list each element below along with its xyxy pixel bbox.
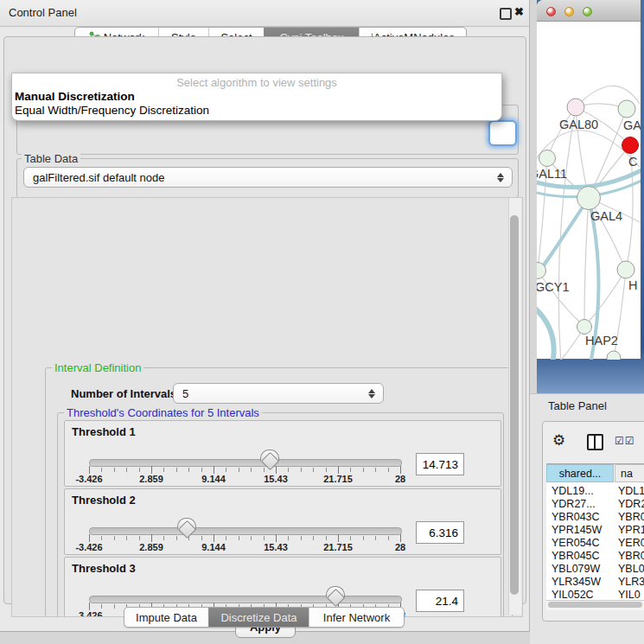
cell-shared-name: YBR043C (552, 511, 600, 523)
cell-name: YDL1 (618, 485, 644, 497)
axis-tick-label: 21.715 (323, 542, 353, 552)
minimize-traffic-light[interactable] (564, 7, 574, 16)
cell-name: YBR0 (618, 511, 644, 523)
node-label-gcy1: GCY1 (537, 280, 570, 294)
table-row[interactable]: YBL079WYBL0 (546, 563, 644, 576)
network-view-window: GAL80GACGAL11GAL4HGCY1HAP2 (537, 0, 641, 359)
network-node-gal4[interactable] (577, 187, 601, 210)
float-window-icon[interactable] (500, 8, 512, 20)
threshold-2-slider-track[interactable] (89, 527, 402, 535)
network-window-titlebar (537, 0, 641, 22)
bottom-tab-discretize-data[interactable]: Discretize Data (208, 608, 309, 627)
gear-icon[interactable]: ⚙ (552, 431, 565, 450)
table-data-label: Table Data (22, 152, 80, 165)
cell-name: YDR2 (618, 498, 644, 510)
network-node-ga[interactable] (618, 100, 635, 118)
table-row[interactable]: YBR045CYBR0 (546, 550, 644, 563)
table-row[interactable]: YPR145WYPR1 (546, 524, 644, 537)
split-columns-icon[interactable] (587, 434, 603, 450)
node-label-ga: GA (623, 118, 641, 132)
settings-scroll-pane: Interval Definition Number of Intervals … (11, 197, 523, 617)
combo-arrows-icon (497, 173, 504, 182)
column-header-name[interactable]: na (615, 464, 644, 482)
column-header-shared-name[interactable]: shared... (546, 464, 614, 482)
bottom-tab-impute-data-label: Impute Data (136, 611, 197, 624)
bottom-tab-infer-network-label: Infer Network (323, 611, 390, 624)
table-row[interactable]: YLR345WYLR3 (546, 576, 644, 589)
threshold-3-slider-track[interactable] (89, 596, 402, 603)
cell-shared-name: YER054C (552, 537, 600, 549)
checkboxes-icon[interactable]: ☑☑ (615, 435, 635, 447)
cell-shared-name: YBL079W (552, 563, 600, 575)
network-edge[interactable] (584, 198, 589, 327)
cell-shared-name: YBR045C (552, 550, 600, 562)
network-node-gal80[interactable] (567, 99, 584, 116)
threshold-3-label: Threshold 3 (72, 562, 136, 575)
network-canvas[interactable]: GAL80GACGAL11GAL4HGCY1HAP2 (537, 22, 641, 359)
control-panel-titlebar: Control Panel ✖ (0, 0, 529, 27)
axis-tick-label: 2.859 (139, 474, 163, 484)
bottom-tab-infer-network[interactable]: Infer Network (309, 608, 404, 627)
threshold-2-value-field[interactable]: 6.316 (416, 521, 464, 544)
cell-shared-name: YIL052C (552, 589, 594, 601)
axis-tick-label: 28 (395, 474, 405, 484)
close-icon[interactable]: ✖ (514, 5, 524, 18)
cell-name: YLR3 (618, 576, 644, 588)
threshold-3-slider-thumb[interactable] (326, 586, 345, 598)
axis-tick-label: 15.43 (264, 542, 288, 552)
bottom-tab-impute-data[interactable]: Impute Data (124, 608, 208, 627)
algorithm-option-equal-width-frequency-discretization[interactable]: Equal Width/Frequency Discretization (15, 104, 209, 117)
number-of-intervals-combobox[interactable]: 5 (173, 383, 384, 404)
axis-tick-label: -3.426 (75, 610, 102, 617)
threshold-3-value-field[interactable]: 21.4 (416, 590, 464, 612)
table-row[interactable]: YDR27...YDR2 (546, 498, 644, 511)
threshold-1-slider-track[interactable] (89, 459, 402, 467)
node-label-gal4: GAL4 (590, 209, 622, 223)
number-of-intervals-value: 5 (182, 387, 188, 400)
threshold-2-label: Threshold 2 (72, 494, 136, 507)
axis-tick-label: 28 (395, 542, 405, 552)
network-node-h[interactable] (617, 261, 634, 278)
cell-name: YIL0 (618, 589, 641, 601)
threshold-1-label: Threshold 1 (72, 425, 136, 438)
axis-tick-label: -3.426 (75, 474, 102, 484)
algorithm-option-manual-discretization[interactable]: Manual Discretization (15, 90, 135, 103)
control-panel-title: Control Panel (9, 6, 77, 19)
network-node-hap2[interactable] (577, 320, 592, 335)
network-edge[interactable] (537, 307, 554, 359)
table-horizontal-scrollbar-thumb[interactable] (548, 602, 642, 608)
network-node-c[interactable] (622, 137, 639, 154)
table-row[interactable]: YDL19...YDL1 (546, 485, 644, 498)
threshold-1-value-field[interactable]: 14.713 (416, 453, 464, 475)
node-table[interactable]: shared... na YDL19...YDL1YDR27...YDR2YBR… (546, 463, 644, 602)
network-node[interactable] (607, 351, 621, 359)
threshold-2-panel: Threshold 2-3.4262.8599.14415.4321.71528… (64, 488, 501, 555)
cell-shared-name: YDL19... (552, 485, 594, 497)
interval-definition-label: Interval Definition (52, 361, 143, 374)
table-row[interactable]: YER054CYER0 (546, 537, 644, 550)
threshold-1-slider-thumb[interactable] (260, 450, 279, 462)
node-label-gal11: GAL11 (537, 167, 567, 181)
cell-name: YPR1 (618, 524, 644, 536)
threshold-2-slider-thumb[interactable] (177, 518, 196, 530)
axis-tick-label: 15.43 (264, 474, 288, 484)
network-edge[interactable] (584, 270, 626, 327)
network-node-gal11[interactable] (539, 150, 556, 167)
cell-shared-name: YDR27... (552, 498, 596, 510)
table-data-combobox-value: galFiltered.sif default node (33, 171, 164, 184)
axis-tick-label: 9.144 (201, 542, 226, 552)
vertical-scrollbar-thumb[interactable] (510, 215, 519, 595)
axis-tick-label: -3.426 (75, 542, 102, 552)
thresholds-group-label: Threshold's Coordinates for 5 Intervals (64, 406, 262, 419)
threshold-1-panel: Threshold 1-3.4262.8599.14415.4321.71528… (64, 420, 501, 487)
axis-tick-label: 21.715 (323, 474, 353, 484)
combo-arrows-icon (368, 389, 375, 399)
algorithm-placeholder: Select algorithm to view settings (12, 76, 501, 89)
cell-shared-name: YPR145W (552, 524, 602, 536)
table-data-combobox[interactable]: galFiltered.sif default node (23, 167, 513, 188)
cell-name: YER0 (618, 537, 644, 549)
table-row[interactable]: YBR043CYBR0 (546, 511, 644, 524)
zoom-traffic-light[interactable] (583, 7, 592, 16)
close-traffic-light[interactable] (546, 7, 556, 16)
algorithm-combobox[interactable] (488, 120, 517, 146)
